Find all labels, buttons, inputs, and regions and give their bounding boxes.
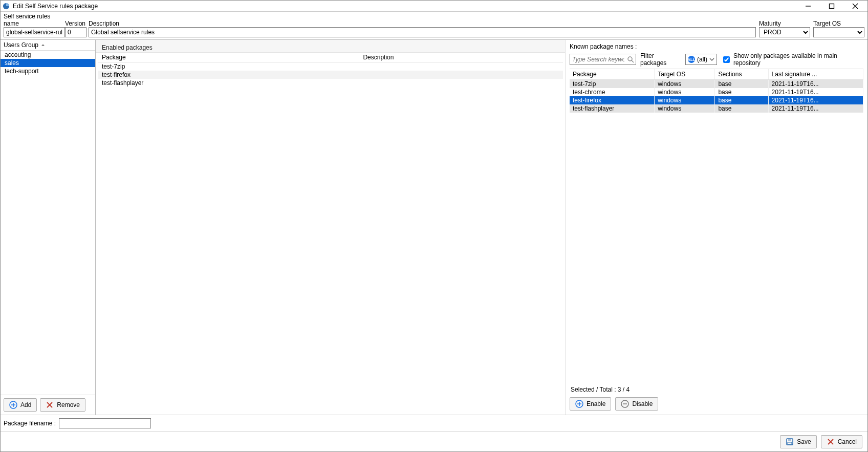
svg-rect-19 [788,442,792,444]
center-right: Enabled packages PackageDescription test… [96,40,867,415]
add-button-label: Add [20,401,31,408]
all-badge-icon: ALL [688,56,695,63]
search-input[interactable] [570,54,636,65]
cell-sections: base [715,88,768,96]
cell-sections: base [715,96,768,104]
users-list[interactable]: accoutingsalestech-support [1,51,95,395]
svg-point-10 [628,57,632,61]
filter-label: Filter packages [640,52,681,67]
window-controls [801,2,865,11]
users-pane: Users Group accoutingsalestech-support A… [1,40,96,415]
known-row[interactable]: test-chromewindowsbase2021-11-19T16... [570,88,863,96]
enabled-packages-table[interactable]: PackageDescription test-7ziptest-firefox… [98,53,563,87]
enabled-packages-pane: Enabled packages PackageDescription test… [96,40,566,415]
enabled-row[interactable]: test-flashplayer [98,79,563,87]
select-maturity[interactable]: PROD [759,27,810,37]
minimize-icon [805,3,811,9]
known-packages-table[interactable]: PackageTarget OSSectionsLast signature .… [570,69,863,113]
save-icon [786,438,794,446]
package-filename-row: Package filename : [1,415,867,432]
known-col-header[interactable]: Last signature ... [768,69,863,80]
disable-button[interactable]: Disable [615,397,658,411]
input-version[interactable] [65,27,86,37]
plus-circle-icon [575,400,583,408]
enable-button[interactable]: Enable [570,397,611,411]
field-targetos: Target OS [813,20,864,37]
known-table-wrap: PackageTarget OSSectionsLast signature .… [570,69,863,383]
x-icon [827,438,835,446]
x-icon [46,401,54,409]
select-targetos[interactable] [813,27,864,37]
users-list-item[interactable]: accouting [1,51,95,59]
cell-package: test-7zip [570,80,655,89]
maximize-icon [829,3,835,9]
cell-sections: base [715,80,768,89]
show-repo-checkbox[interactable] [723,56,730,63]
known-packages-title: Known package names : [570,42,863,52]
known-row[interactable]: test-firefoxwindowsbase2021-11-19T16... [570,96,863,104]
enabled-table-wrap: PackageDescription test-7ziptest-firefox… [96,53,565,415]
main-area: Users Group accoutingsalestech-support A… [1,39,867,415]
cell-package: test-firefox [570,96,655,104]
maximize-button[interactable] [824,2,839,11]
known-col-header[interactable]: Target OS [655,69,715,80]
cell-sections: base [715,104,768,113]
users-list-item[interactable]: sales [1,59,95,67]
cancel-button[interactable]: Cancel [821,435,862,448]
enabled-col-header[interactable]: Description [359,53,563,62]
input-description[interactable] [89,27,756,37]
known-col-header[interactable]: Package [570,69,655,80]
close-button[interactable] [848,2,862,11]
minus-circle-icon [621,400,629,408]
field-description: Description [89,20,756,37]
cell-sig: 2021-11-19T16... [768,88,863,96]
window: Edit Self Service rules package Self ser… [0,0,868,452]
cell-description [359,71,563,79]
known-controls: Filter packages ALL (all) Show only pack… [570,52,863,67]
minimize-button[interactable] [801,2,815,11]
chevron-down-icon [709,57,714,62]
app-icon [3,3,10,10]
filter-packages-select[interactable]: ALL (all) [685,54,717,65]
input-rules-name[interactable] [4,27,65,37]
enabled-row[interactable]: test-firefox [98,71,563,79]
known-row[interactable]: test-flashplayerwindowsbase2021-11-19T16… [570,104,863,113]
remove-button-label: Remove [57,401,80,408]
users-list-item[interactable]: tech-support [1,67,95,75]
users-header[interactable]: Users Group [1,40,95,51]
cell-sig: 2021-11-19T16... [768,104,863,113]
cell-sig: 2021-11-19T16... [768,96,863,104]
close-icon [852,3,858,9]
known-buttons: Enable Disable [570,395,863,415]
users-button-bar: Add Remove [1,395,95,415]
known-col-header[interactable]: Sections [715,69,768,80]
dialog-footer: Save Cancel [1,432,867,451]
cell-package: test-chrome [570,88,655,96]
package-filename-label: Package filename : [4,420,56,427]
enabled-row[interactable]: test-7zip [98,62,563,71]
enabled-packages-title: Enabled packages [96,40,565,53]
show-repo-checkbox-row[interactable]: Show only packages available in main rep… [721,52,863,67]
save-button[interactable]: Save [780,435,816,448]
cell-description [359,79,563,87]
known-row[interactable]: test-7zipwindowsbase2021-11-19T16... [570,80,863,89]
titlebar: Edit Self Service rules package [1,1,867,12]
package-filename-input[interactable] [59,418,151,428]
remove-user-group-button[interactable]: Remove [40,398,85,412]
add-user-group-button[interactable]: Add [4,398,37,412]
svg-rect-2 [830,4,834,8]
save-button-label: Save [797,438,811,445]
search-icon [627,56,634,63]
svg-line-11 [632,60,634,62]
cell-targetos: windows [655,80,715,89]
cell-targetos: windows [655,104,715,113]
known-footer-text: Selected / Total : 3 / 4 [570,383,863,395]
label-rules-name: Self service rules name [4,13,65,27]
header-row: Self service rules name Version Descript… [1,12,867,39]
enabled-col-header[interactable]: Package [98,53,359,62]
show-repo-label: Show only packages available in main rep… [733,52,863,67]
known-packages-pane: Known package names : Filter packages AL… [566,40,867,415]
search-wrap [570,54,636,65]
cell-package: test-firefox [98,71,359,79]
cancel-button-label: Cancel [838,438,857,445]
